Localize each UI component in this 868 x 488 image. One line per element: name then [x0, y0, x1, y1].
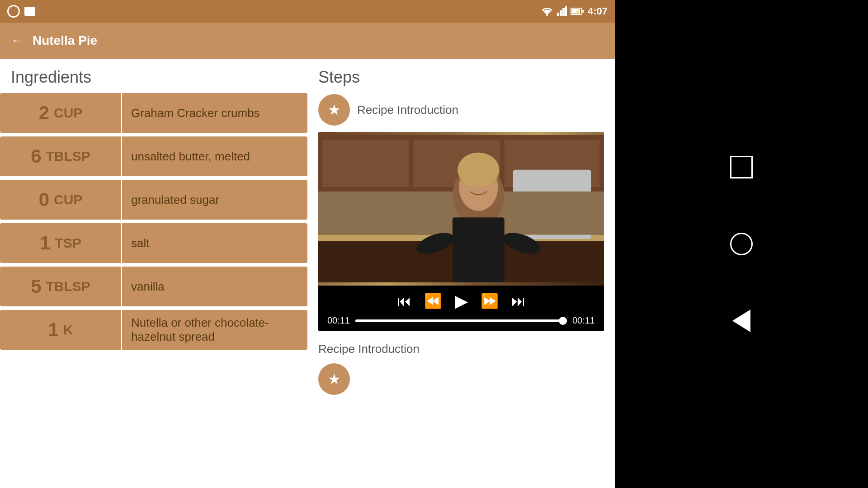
- ingredient-amount: 1 K: [0, 310, 121, 350]
- svg-point-23: [458, 153, 499, 188]
- status-bar: ⚡ 4:07: [0, 0, 615, 23]
- progress-fill: [355, 319, 567, 322]
- step-item-2: ★: [318, 363, 604, 395]
- table-row: 5 TBLSP vanilla: [0, 267, 307, 306]
- svg-rect-2: [560, 10, 562, 16]
- table-row: 6 TBLSP unsalted butter, melted: [0, 136, 307, 176]
- step-description: Recipe Introduction: [318, 338, 604, 363]
- ingredient-amount: 5 TBLSP: [0, 267, 121, 306]
- video-thumbnail[interactable]: [318, 132, 604, 286]
- play-button[interactable]: ▶: [455, 291, 468, 311]
- table-row: 2 CUP Graham Cracker crumbs: [0, 93, 307, 133]
- svg-rect-3: [562, 8, 565, 16]
- ingredient-name: salt: [122, 223, 307, 263]
- ingredient-name: Graham Cracker crumbs: [122, 93, 307, 133]
- ingredient-number: 1: [48, 319, 58, 341]
- ingredient-name: granulated sugar: [122, 180, 307, 220]
- video-background: [318, 132, 604, 286]
- current-time: 00:11: [327, 315, 350, 326]
- ingredients-title: Ingredients: [0, 59, 307, 93]
- back-button[interactable]: ←: [11, 33, 24, 48]
- app-header: ← Nutella Pie: [0, 23, 615, 59]
- ingredient-number: 1: [40, 232, 50, 254]
- ingredients-panel: Ingredients 2 CUP Graham Cracker crumbs …: [0, 59, 307, 488]
- ingredient-number: 6: [31, 145, 41, 167]
- ingredient-amount: 0 CUP: [0, 180, 121, 220]
- main-content: Ingredients 2 CUP Graham Cracker crumbs …: [0, 59, 615, 488]
- sd-card-icon: [24, 7, 35, 16]
- svg-rect-4: [565, 6, 567, 16]
- ingredient-name: unsalted butter, melted: [122, 136, 307, 176]
- ingredient-amount: 6 TBLSP: [0, 136, 121, 176]
- skip-forward-button[interactable]: ⏭: [511, 293, 526, 310]
- ingredient-unit: TBLSP: [46, 149, 90, 164]
- ingredient-name: vanilla: [122, 267, 307, 306]
- ingredient-number: 0: [39, 189, 49, 211]
- table-row: 1 TSP salt: [0, 223, 307, 263]
- app-title: Nutella Pie: [33, 33, 97, 48]
- skip-back-button[interactable]: ⏮: [397, 293, 411, 310]
- step-item: ★ Recipe Introduction: [318, 94, 604, 126]
- signal-icon: [557, 6, 567, 16]
- step-circle[interactable]: ★: [318, 94, 350, 126]
- svg-rect-19: [453, 217, 505, 282]
- ingredient-unit: TBLSP: [46, 279, 90, 294]
- controls-row: ⏮ ⏪ ▶ ⏩ ⏭: [327, 291, 595, 311]
- total-time: 00:11: [572, 315, 595, 326]
- step-label: Recipe Introduction: [357, 103, 458, 117]
- ingredient-unit: CUP: [54, 105, 82, 121]
- ingredient-amount: 1 TSP: [0, 223, 121, 263]
- status-bar-left: [7, 5, 35, 18]
- wifi-icon: [541, 6, 553, 16]
- recent-apps-button[interactable]: [730, 156, 753, 178]
- star-icon: ★: [328, 101, 341, 118]
- svg-rect-1: [557, 13, 559, 16]
- svg-point-0: [546, 14, 548, 16]
- ingredient-number: 5: [31, 276, 41, 297]
- ingredient-number: 2: [39, 102, 49, 124]
- steps-title: Steps: [318, 68, 604, 87]
- ingredient-unit: K: [63, 322, 73, 338]
- back-nav-button[interactable]: [732, 310, 750, 332]
- ingredients-list: 2 CUP Graham Cracker crumbs 6 TBLSP unsa…: [0, 93, 307, 488]
- video-player: ⏮ ⏪ ▶ ⏩ ⏭ 00:11 00:11: [318, 132, 604, 331]
- ingredient-name: Nutella or other chocolate-hazelnut spre…: [122, 310, 307, 350]
- ingredient-unit: TSP: [55, 235, 81, 251]
- svg-rect-11: [323, 140, 410, 187]
- progress-row: 00:11 00:11: [327, 315, 595, 326]
- video-controls: ⏮ ⏪ ▶ ⏩ ⏭ 00:11 00:11: [318, 286, 604, 331]
- table-row: 1 K Nutella or other chocolate-hazelnut …: [0, 310, 307, 350]
- steps-panel: Steps ★ Recipe Introduction: [307, 59, 615, 488]
- svg-rect-7: [582, 10, 584, 13]
- ingredient-unit: CUP: [54, 192, 82, 207]
- progress-thumb[interactable]: [559, 317, 567, 325]
- android-nav-bar: [615, 0, 868, 488]
- table-row: 0 CUP granulated sugar: [0, 180, 307, 220]
- step-circle-2[interactable]: ★: [318, 363, 350, 395]
- rewind-button[interactable]: ⏪: [424, 292, 442, 310]
- svg-text:⚡: ⚡: [575, 9, 580, 14]
- battery-icon: ⚡: [571, 7, 584, 15]
- home-button[interactable]: [730, 233, 753, 255]
- star-icon-2: ★: [328, 371, 341, 388]
- progress-bar[interactable]: [355, 319, 567, 322]
- time-display: 4:07: [588, 5, 608, 17]
- record-icon: [7, 5, 20, 18]
- ingredient-amount: 2 CUP: [0, 93, 121, 133]
- status-bar-right: ⚡ 4:07: [541, 5, 608, 17]
- fast-forward-button[interactable]: ⏩: [481, 292, 499, 310]
